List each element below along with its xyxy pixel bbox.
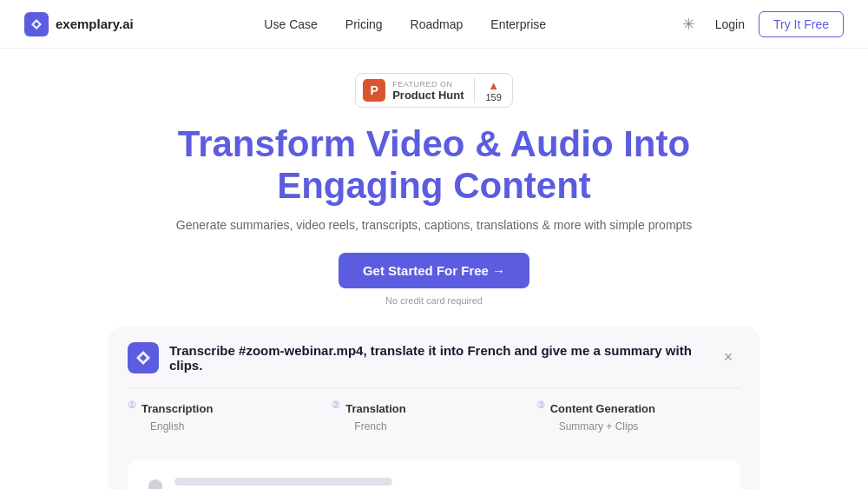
nav-links: Use Case Pricing Roadmap Enterprise xyxy=(264,17,546,32)
logo-text: exemplary.ai xyxy=(56,17,134,31)
login-button[interactable]: Login xyxy=(715,17,745,31)
product-hunt-badge[interactable]: P FEATURED ON Product Hunt ▲ 159 xyxy=(355,73,513,108)
step-3-number: ③ xyxy=(536,400,545,418)
ph-name: Product Hunt xyxy=(392,89,464,102)
step-1-number: ① xyxy=(128,400,136,418)
nav-right: ✳ Login Try It Free xyxy=(677,11,844,37)
step-2-detail: French xyxy=(332,420,386,433)
step-1-label: Transcription xyxy=(141,402,213,415)
hero-title: Transform Video & Audio Into Engaging Co… xyxy=(130,123,738,208)
ph-arrow-icon: ▲ xyxy=(488,79,499,92)
demo-close-button[interactable]: × xyxy=(716,346,740,370)
demo-step-3: ③ Content Generation Summary + Clips xyxy=(536,400,740,433)
try-it-free-button[interactable]: Try It Free xyxy=(759,11,844,37)
demo-step-1: ① Transcription English xyxy=(128,400,332,433)
demo-prompt-text: Transcribe #zoom-webinar.mp4, translate … xyxy=(169,343,706,373)
logo-link[interactable]: exemplary.ai xyxy=(24,12,134,36)
logo-icon xyxy=(24,12,49,36)
hero-section: P FEATURED ON Product Hunt ▲ 159 Transfo… xyxy=(0,49,868,489)
demo-brand-icon xyxy=(128,342,159,373)
ph-icon: P xyxy=(363,79,385,102)
demo-steps: ① Transcription English ② Translation Fr… xyxy=(128,387,740,446)
nav-pricing[interactable]: Pricing xyxy=(345,17,383,31)
no-card-text: No credit card required xyxy=(385,295,483,306)
content-lines-1 xyxy=(174,478,720,489)
step-1-detail: English xyxy=(128,420,184,433)
ph-count: 159 xyxy=(485,92,501,102)
step-3-label: Content Generation xyxy=(550,402,655,415)
content-avatar-1 xyxy=(148,479,162,489)
settings-icon[interactable]: ✳ xyxy=(677,12,701,36)
demo-content xyxy=(128,460,740,489)
ph-upvote: ▲ 159 xyxy=(485,79,501,102)
content-row-1 xyxy=(148,478,720,489)
nav-use-case[interactable]: Use Case xyxy=(264,17,317,31)
step-2-label: Translation xyxy=(345,402,405,415)
nav-roadmap[interactable]: Roadmap xyxy=(411,17,464,31)
hero-subtitle: Generate summaries, video reels, transcr… xyxy=(176,218,692,232)
nav-enterprise[interactable]: Enterprise xyxy=(490,17,546,31)
ph-divider xyxy=(474,78,475,102)
demo-prompt-row: Transcribe #zoom-webinar.mp4, translate … xyxy=(128,342,740,373)
demo-step-2: ② Translation French xyxy=(332,400,536,433)
ph-text: FEATURED ON Product Hunt xyxy=(392,80,464,102)
cta-button[interactable]: Get Started For Free → xyxy=(339,253,529,288)
ph-featured-label: FEATURED ON xyxy=(392,80,452,89)
step-3-detail: Summary + Clips xyxy=(536,420,639,433)
step-2-number: ② xyxy=(332,400,340,418)
navbar: exemplary.ai Use Case Pricing Roadmap En… xyxy=(0,0,868,49)
demo-card: Transcribe #zoom-webinar.mp4, translate … xyxy=(108,327,760,489)
